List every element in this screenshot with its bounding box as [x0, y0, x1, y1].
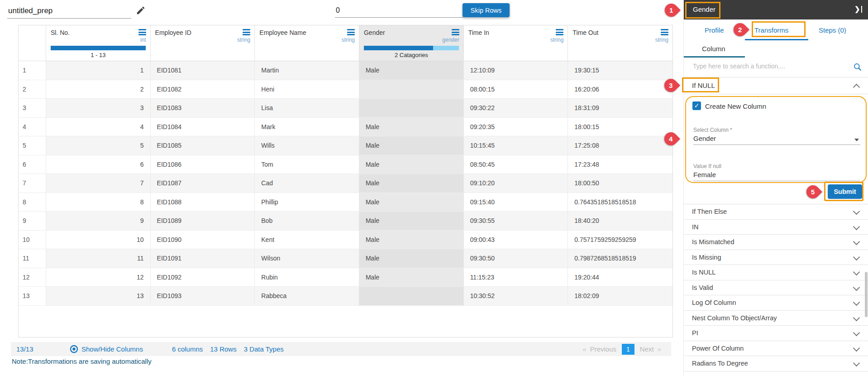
- function-item[interactable]: Nest Column To Object/Array: [684, 311, 868, 326]
- table-cell: Lisa: [255, 99, 359, 118]
- column-subinfo: 2 Catagories: [359, 52, 463, 58]
- table-cell: 18:00:50: [568, 174, 672, 193]
- row-number-cell: 5: [19, 136, 46, 155]
- tab-transforms[interactable]: Transforms: [754, 26, 788, 34]
- table-cell: Kent: [255, 231, 359, 250]
- table-cell: [359, 80, 464, 99]
- eye-icon[interactable]: [70, 345, 78, 353]
- bar-segment: [51, 46, 146, 50]
- table-cell: 09:15:40: [464, 193, 568, 212]
- table-cell: 8: [46, 193, 151, 212]
- function-search-row: [684, 58, 868, 77]
- data-table: Sl. No.int1 - 13Employee IDstringEmploye…: [18, 25, 673, 337]
- table-cell: 10:15:45: [464, 136, 568, 155]
- pagination-last-arrow[interactable]: »: [658, 345, 661, 353]
- column-header-employee-id[interactable]: Employee IDstring: [151, 25, 255, 61]
- hamburger-menu-icon[interactable]: [347, 29, 355, 37]
- pagination-page-1[interactable]: 1: [622, 344, 634, 355]
- function-item[interactable]: Is NULL: [684, 265, 868, 280]
- create-new-column-checkbox[interactable]: ✓: [692, 101, 701, 110]
- table-cell: Heni: [255, 80, 359, 99]
- row-count-indicator: 13/13: [16, 345, 70, 353]
- skip-rows-button[interactable]: Skip Rows: [463, 3, 510, 17]
- tab-profile[interactable]: Profile: [705, 26, 724, 34]
- tab-steps[interactable]: Steps (0): [819, 26, 846, 34]
- edit-pencil-icon[interactable]: [136, 5, 146, 15]
- table-cell: 11:15:23: [464, 268, 568, 287]
- panel-scrollbar-thumb[interactable]: [865, 272, 868, 317]
- table-cell: Male: [359, 193, 464, 212]
- skip-rows-input[interactable]: [335, 4, 463, 18]
- chevron-down-icon: [853, 223, 860, 230]
- table-cell: 11: [46, 249, 151, 268]
- search-icon[interactable]: [853, 63, 862, 73]
- table-row: 1111EID1091WilsonMale09:30:500.798726851…: [19, 249, 672, 268]
- function-item[interactable]: Log Of Column: [684, 295, 868, 311]
- row-number-cell: 8: [19, 193, 46, 212]
- chevron-down-icon: [853, 253, 860, 260]
- table-row: 1010EID1090KentMale09:00:430.75717592592…: [19, 231, 672, 250]
- hamburger-menu-icon[interactable]: [556, 29, 563, 37]
- table-footer-bar: 13/13 Show/Hide Columns 6 columns 13 Row…: [11, 342, 671, 356]
- panel-column-title: Gender: [693, 5, 715, 13]
- show-hide-columns-link[interactable]: Show/Hide Columns: [81, 345, 143, 353]
- table-row: 11EID1081MartinMale12:10:0919:30:15: [19, 61, 672, 80]
- table-cell: Tom: [255, 155, 359, 174]
- column-name: Employee ID: [155, 29, 191, 36]
- hamburger-menu-icon[interactable]: [138, 29, 146, 37]
- select-column-dropdown[interactable]: Gender: [693, 135, 716, 142]
- function-item[interactable]: Radians To Degree: [684, 356, 868, 371]
- table-cell: 7: [46, 174, 151, 193]
- column-header-time-in[interactable]: Time Instring: [464, 25, 568, 61]
- collapse-panel-icon[interactable]: ❯: [854, 5, 862, 13]
- column-type-label: string: [237, 37, 250, 43]
- function-item[interactable]: If Then Else: [684, 204, 868, 220]
- function-item-label: Is Valid: [692, 284, 713, 291]
- pagination-previous-button[interactable]: Previous: [590, 345, 616, 353]
- table-cell: 4: [46, 118, 151, 137]
- function-item-label: If Then Else: [692, 208, 727, 215]
- column-header-gender[interactable]: Gendergender2 Catagories: [359, 25, 464, 61]
- table-cell: 19:30:15: [568, 61, 672, 80]
- subtab-column[interactable]: Column: [702, 45, 725, 53]
- rows-summary: 13 Rows: [210, 345, 236, 353]
- column-header-sl-no-[interactable]: Sl. No.int1 - 13: [46, 25, 151, 61]
- table-cell: Mark: [255, 118, 359, 137]
- column-name: Sl. No.: [51, 29, 70, 36]
- prep-name-input[interactable]: [7, 4, 131, 19]
- table-row: 77EID1087CadMale09:10:2018:00:50: [19, 174, 672, 193]
- column-header-employee-name[interactable]: Employee Namestring: [255, 25, 359, 61]
- function-search-input[interactable]: [692, 62, 848, 70]
- table-row: 1212EID1092RubinMale11:15:2319:20:44: [19, 268, 672, 287]
- pagination-first-arrow[interactable]: «: [582, 345, 586, 353]
- hamburger-menu-icon[interactable]: [661, 29, 668, 37]
- value-if-null-input[interactable]: Female: [693, 171, 716, 178]
- annotation-pin-1: 1: [662, 0, 681, 19]
- column-distribution-bar: [364, 46, 459, 50]
- function-item[interactable]: Is Mismatched: [684, 235, 868, 250]
- pagination-next-button[interactable]: Next: [640, 345, 654, 353]
- hamburger-menu-icon[interactable]: [243, 29, 250, 37]
- chevron-down-icon: [853, 299, 860, 306]
- column-name: Time Out: [572, 29, 598, 36]
- table-cell: 08:00:15: [464, 80, 568, 99]
- function-item[interactable]: PI: [684, 326, 868, 341]
- function-item[interactable]: Power Of Column: [684, 341, 868, 357]
- column-header-time-out[interactable]: Time Outstring: [568, 25, 672, 61]
- submit-button[interactable]: Submit: [828, 184, 862, 199]
- table-row: 66EID1086TomMale08:50:4517:23:48: [19, 155, 672, 174]
- table-cell: 5: [46, 136, 151, 155]
- table-cell: Male: [359, 118, 464, 137]
- columns-summary: 6 columns: [172, 345, 203, 353]
- function-item[interactable]: Is Valid: [684, 280, 868, 296]
- table-row: 33EID1083Lisa09:30:2218:31:09: [19, 99, 672, 118]
- function-list: If Then ElseINIs MismatchedIs MissingIs …: [684, 204, 868, 371]
- row-number-cell: 12: [19, 268, 46, 287]
- function-item-label: PI: [692, 329, 698, 337]
- table-cell: 10:30:52: [464, 287, 568, 306]
- hamburger-menu-icon[interactable]: [452, 29, 459, 37]
- value-if-null-label: Value If null: [693, 163, 721, 169]
- accordion-if-null[interactable]: If NULL: [684, 77, 868, 94]
- function-item[interactable]: IN: [684, 220, 868, 235]
- function-item[interactable]: Is Missing: [684, 250, 868, 265]
